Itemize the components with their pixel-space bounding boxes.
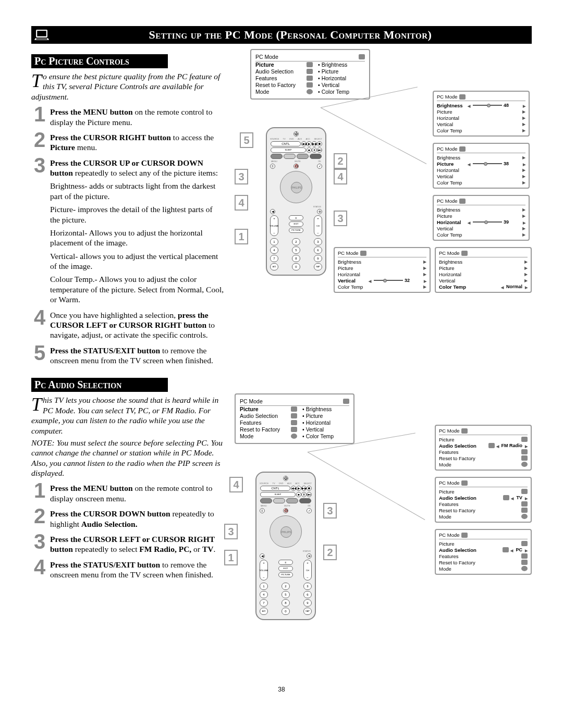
volume-rocker: +VOLUME−	[270, 215, 278, 236]
back-button: ◀	[270, 209, 275, 214]
remote-control-picture: ⏻ SOURCETVDVDAUXACCSELECT CNTL◀◀▶▶▶⏺ SLE…	[266, 127, 326, 276]
osd-audio-tv: PC Mode Picture Audio SelectionTV Featur…	[435, 477, 532, 523]
audio-step-3: 3 Press the CURSOR LEFT or CURSOR RIGHT …	[31, 531, 224, 554]
callout-a4: 4	[229, 477, 243, 492]
osd-vertical: PC Mode Brightness▶ Picture▶ Horizontal▶…	[334, 247, 431, 293]
right-column: PC Mode Picture Audio Selection Features…	[235, 49, 532, 670]
numpad: 123 456 789 A/D0SAP	[270, 238, 322, 270]
menu-button: ≡	[270, 164, 275, 169]
reset-icon	[307, 82, 313, 88]
remote-control-audio: ⏻ SOURCETVDVDAUXACCSELECT CNTL◀◀▶▶▶⏺ SLE…	[255, 472, 316, 620]
callout-4b: 4	[334, 169, 347, 184]
picture-icon	[307, 62, 313, 67]
callout-3b: 3	[334, 211, 347, 226]
osd-audio-fmradio: PC Mode Picture Audio SelectionFM Radio …	[435, 425, 532, 471]
page-title: Setting up the PC Mode (Personal Compute…	[52, 28, 529, 42]
osd-brightness: PC Mode Brightness48 Picture▶ Horizontal…	[433, 91, 530, 137]
audio-step-4: 4 Press the STATUS/EXIT button to remove…	[31, 557, 224, 580]
osd-audio-pc: PC Mode Picture Audio SelectionPC Featur…	[435, 529, 532, 575]
audio-step-1: 1 Press the MENU button on the remote co…	[31, 480, 224, 503]
osd-main-menu-picture: PC Mode Picture Audio Selection Features…	[250, 49, 370, 100]
section-header-picture: Pc Picture Controls	[31, 54, 168, 68]
page-number: 38	[31, 686, 532, 693]
power-button: ⏻	[293, 131, 299, 137]
picture-intro: To ensure the best picture quality from …	[31, 71, 224, 102]
laptop-icon	[34, 29, 49, 41]
monitor-icon	[359, 54, 365, 59]
mode-icon	[307, 89, 313, 94]
callout-2: 2	[334, 153, 347, 169]
section-header-audio: Pc Audio Selection	[31, 378, 168, 392]
picture-step-5: 5 Press the STATUS/EXIT button to remove…	[31, 342, 224, 366]
osd-horizontal: PC Mode Brightness▶ Picture▶ Horizontal3…	[433, 195, 530, 241]
picture-step-4: 4 Once you have highlighted a selection,…	[31, 307, 224, 340]
callout-a2: 2	[323, 545, 337, 560]
svg-rect-2	[36, 39, 47, 40]
callout-a1: 1	[224, 550, 238, 565]
callout-3a: 3	[235, 169, 248, 184]
left-column: Pc Picture Controls To ensure the best p…	[31, 49, 224, 670]
audio-icon	[307, 69, 313, 74]
page-title-bar: Setting up the PC Mode (Personal Compute…	[31, 26, 532, 44]
osd-colortemp: PC Mode Brightness▶ Picture▶ Horizontal▶…	[435, 247, 532, 293]
osd-main-menu-audio: PC Mode Picture Audio Selection Features…	[235, 393, 354, 444]
dpad: PHILIPS	[280, 171, 312, 203]
channel-rocker: +CH−	[314, 215, 322, 236]
features-icon	[307, 76, 313, 81]
audio-step-2: 2 Press the CURSOR DOWN button repeatedl…	[31, 505, 224, 529]
callout-4a: 4	[235, 195, 248, 211]
picture-step-3: 3 Press the CURSOR UP or CURSOR DOWN but…	[31, 155, 224, 178]
audio-intro: This TV lets you choose the sound that i…	[31, 395, 224, 436]
callout-a3b: 3	[323, 503, 337, 519]
audio-note: NOTE: You must select the source before …	[31, 438, 224, 478]
picture-step-2: 2 Press the CURSOR RIGHT button to acces…	[31, 129, 224, 153]
callout-5: 5	[240, 132, 253, 148]
picture-subitems: Brightness- adds or subtracts light from…	[50, 181, 224, 304]
status-button: ⊕	[317, 209, 322, 214]
callout-a3a: 3	[224, 524, 238, 539]
callout-1: 1	[235, 229, 248, 244]
osd-picture: PC Mode Brightness▶ Picture38 Horizontal…	[433, 143, 530, 189]
picture-step-1: 1 Press the MENU button on the remote co…	[31, 104, 224, 127]
svg-rect-1	[37, 31, 46, 36]
